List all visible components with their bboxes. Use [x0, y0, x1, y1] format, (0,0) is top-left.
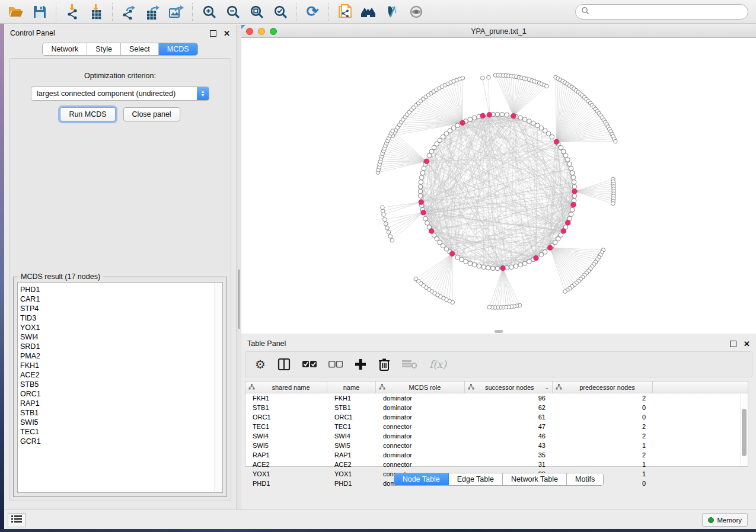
table-row[interactable]: SWI5SWI5connector431: [245, 441, 748, 450]
mcds-result-item[interactable]: CAR1: [18, 294, 222, 304]
delete-column-icon[interactable]: [378, 358, 390, 371]
zoom-fit-icon[interactable]: [247, 3, 265, 21]
memory-button[interactable]: Memory: [702, 513, 748, 527]
cell-MCDS-role: dominator: [376, 451, 465, 459]
column-header-successor-nodes[interactable]: successor nodes⌄: [465, 382, 553, 393]
cell-shared-name: RAP1: [245, 451, 327, 459]
mcds-result-item[interactable]: SRD1: [18, 342, 222, 351]
mcds-result-item[interactable]: RAP1: [18, 399, 222, 408]
tab-edge-table[interactable]: Edge Table: [449, 473, 503, 485]
node-table[interactable]: shared namenameMCDS rolesuccessor nodes⌄…: [245, 381, 748, 467]
table-row[interactable]: SWI4SWI4dominator462: [245, 431, 748, 441]
table-scrollbar[interactable]: [740, 394, 747, 466]
table-row[interactable]: ACE2ACE2connector311: [245, 460, 748, 469]
table-row[interactable]: RAP1RAP1dominator352: [245, 450, 748, 460]
dropdown-selected-value: largest connected component (undirected): [31, 89, 197, 98]
mcds-result-item[interactable]: ORC1: [18, 389, 222, 399]
mcds-result-list[interactable]: PHD1CAR1STP4TID3YOX1SWI4SRD1PMA2FKH1ACE2…: [17, 282, 223, 493]
tab-motifs[interactable]: Motifs: [567, 473, 603, 485]
zoom-in-icon[interactable]: [200, 3, 218, 21]
cell-name: FKH1: [327, 395, 376, 402]
search-box[interactable]: [575, 4, 748, 20]
mcds-result-item[interactable]: TID3: [18, 313, 222, 323]
cell-successor-nodes: 47: [465, 423, 553, 430]
cell-successor-nodes: 31: [465, 461, 553, 468]
optimization-criterion-dropdown[interactable]: largest connected component (undirected)…: [31, 86, 209, 101]
gear-icon[interactable]: ⚙: [255, 358, 266, 370]
mcds-result-item[interactable]: SWI5: [18, 418, 222, 427]
close-panel-button[interactable]: Close panel: [123, 107, 180, 121]
mcds-result-item[interactable]: SWI4: [18, 332, 222, 342]
cell-shared-name: SWI5: [245, 442, 327, 449]
mcds-list-scrollbar[interactable]: [214, 283, 222, 492]
cell-successor-nodes: 43: [465, 442, 553, 449]
save-icon[interactable]: [31, 3, 49, 21]
table-scrollbar-thumb[interactable]: [742, 409, 747, 456]
control-panel-header: Control Panel ✕: [4, 25, 236, 41]
network-window-titlebar[interactable]: YPA_prune.txt_1: [241, 25, 756, 38]
cell-successor-nodes: 61: [465, 414, 553, 421]
column-view-icon[interactable]: [277, 358, 291, 371]
tab-network-table[interactable]: Network Table: [503, 473, 567, 485]
table-row[interactable]: ORC1ORC1dominator610: [245, 412, 748, 422]
table-row[interactable]: TEC1TEC1connector472: [245, 422, 748, 431]
cell-predecessor-nodes: 2: [553, 451, 653, 459]
mcds-result-item[interactable]: PMA2: [18, 351, 222, 361]
zoom-selected-icon[interactable]: [271, 3, 289, 21]
mcds-result-item[interactable]: YOX1: [18, 323, 222, 332]
clone-network-icon[interactable]: [336, 3, 354, 21]
table-panel-header: Table Panel ✕: [241, 334, 756, 350]
tab-node-table[interactable]: Node Table: [394, 473, 449, 485]
add-column-icon[interactable]: [355, 358, 366, 370]
cell-name: SWI4: [327, 432, 376, 440]
mcds-result-item[interactable]: ACE2: [18, 370, 222, 380]
float-panel-icon[interactable]: [730, 341, 736, 347]
select-all-icon[interactable]: [302, 361, 317, 368]
network-graph[interactable]: [241, 38, 756, 334]
zoom-out-icon[interactable]: [224, 3, 241, 21]
memory-label: Memory: [717, 517, 742, 524]
search-input[interactable]: [589, 8, 748, 16]
table-row[interactable]: FKH1FKH1dominator962: [245, 393, 748, 403]
close-panel-icon[interactable]: ✕: [224, 30, 230, 37]
control-panel-title: Control Panel: [10, 29, 55, 37]
function-builder-icon: f(x): [429, 358, 446, 370]
search-icon: [581, 7, 589, 17]
control-panel-tabs: NetworkStyleSelectMCDS: [4, 43, 236, 56]
cell-name: ACE2: [327, 461, 376, 468]
import-table-icon[interactable]: [87, 3, 105, 21]
cell-successor-nodes: 62: [465, 404, 553, 411]
deselect-all-icon[interactable]: [328, 361, 343, 368]
hide-selected-icon[interactable]: [384, 3, 401, 21]
mcds-result-item[interactable]: TEC1: [18, 427, 222, 437]
panel-splitter[interactable]: [237, 25, 241, 509]
close-panel-icon[interactable]: ✕: [744, 340, 750, 348]
tab-style[interactable]: Style: [87, 43, 121, 55]
show-panels-button[interactable]: [8, 513, 25, 527]
mcds-result-item[interactable]: FKH1: [18, 361, 222, 370]
mcds-result-item[interactable]: GCR1: [18, 437, 222, 446]
column-header-name[interactable]: name: [327, 382, 376, 393]
open-file-icon[interactable]: [7, 3, 25, 21]
tab-select[interactable]: Select: [121, 43, 159, 55]
column-header-predecessor-nodes[interactable]: predecessor nodes: [553, 382, 653, 393]
column-header-shared-name[interactable]: shared name: [245, 382, 327, 393]
table-row[interactable]: STB1STB1dominator620: [245, 403, 748, 412]
float-panel-icon[interactable]: [210, 30, 216, 37]
mcds-result-item[interactable]: STB5: [18, 380, 222, 389]
refresh-icon[interactable]: ⟳: [304, 3, 321, 21]
export-table-icon[interactable]: [143, 3, 161, 21]
network-canvas[interactable]: [241, 38, 756, 334]
tab-mcds[interactable]: MCDS: [159, 43, 197, 55]
export-network-icon[interactable]: [120, 3, 138, 21]
mcds-result-item[interactable]: STB1: [18, 408, 222, 418]
export-image-icon[interactable]: [167, 3, 185, 21]
splitter-handle[interactable]: [495, 330, 503, 333]
import-network-icon[interactable]: [63, 3, 81, 21]
mcds-result-item[interactable]: STP4: [18, 304, 222, 313]
column-header-MCDS-role[interactable]: MCDS role: [376, 382, 465, 393]
run-mcds-button[interactable]: Run MCDS: [60, 107, 115, 121]
tab-network[interactable]: Network: [43, 43, 87, 55]
mcds-result-item[interactable]: PHD1: [18, 285, 222, 294]
first-neighbors-icon[interactable]: [360, 3, 378, 21]
